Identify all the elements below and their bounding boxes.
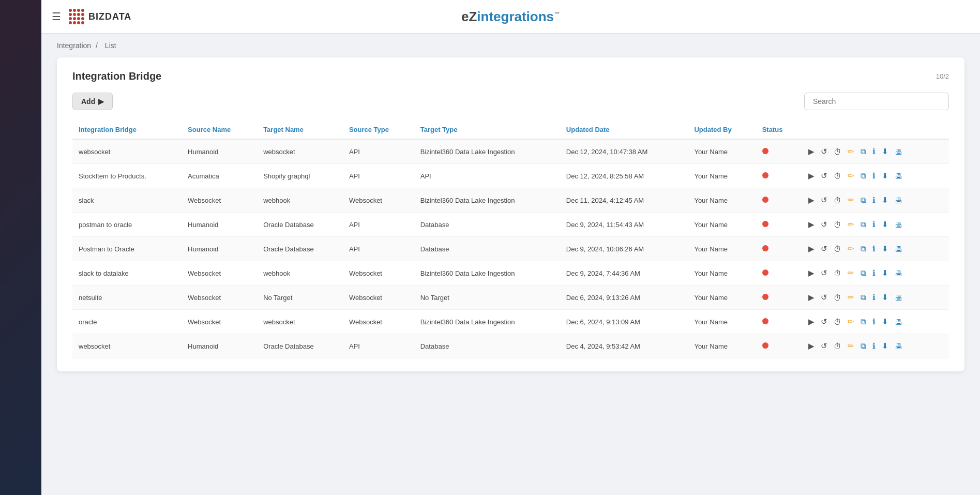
download-icon[interactable]: ⬇ bbox=[881, 146, 889, 157]
col-source-type[interactable]: Source Type bbox=[343, 121, 414, 139]
col-updated-date[interactable]: Updated Date bbox=[560, 121, 688, 139]
reset-icon[interactable]: ↺ bbox=[820, 170, 828, 182]
cell-source-type: API bbox=[343, 139, 414, 164]
reset-icon[interactable]: ↺ bbox=[820, 340, 828, 352]
info-icon[interactable]: ℹ bbox=[871, 243, 877, 254]
play-icon[interactable]: ▶ bbox=[807, 267, 816, 279]
copy-icon[interactable]: ⧉ bbox=[860, 292, 867, 303]
table-row: slack to datalakeWebsocketwebhookWebsock… bbox=[72, 261, 949, 286]
cell-updated-by: Your Name bbox=[688, 286, 756, 310]
search-input[interactable] bbox=[804, 93, 949, 110]
cell-actions: ▶↺⏱✏⧉ℹ⬇🖶 bbox=[801, 237, 949, 261]
cell-actions: ▶↺⏱✏⧉ℹ⬇🖶 bbox=[801, 310, 949, 334]
info-icon[interactable]: ℹ bbox=[871, 340, 877, 352]
history-icon[interactable]: ⏱ bbox=[833, 292, 842, 303]
copy-icon[interactable]: ⧉ bbox=[860, 194, 867, 206]
copy-icon[interactable]: ⧉ bbox=[860, 267, 867, 279]
download-icon[interactable]: ⬇ bbox=[881, 219, 889, 230]
copy-icon[interactable]: ⧉ bbox=[860, 243, 867, 254]
edit-icon[interactable]: ✏ bbox=[847, 219, 855, 230]
col-integration-bridge[interactable]: Integration Bridge bbox=[72, 121, 182, 139]
play-icon[interactable]: ▶ bbox=[807, 219, 816, 230]
col-updated-by[interactable]: Updated By bbox=[688, 121, 756, 139]
download-icon[interactable]: ⬇ bbox=[881, 243, 889, 254]
play-icon[interactable]: ▶ bbox=[807, 170, 816, 182]
history-icon[interactable]: ⏱ bbox=[833, 195, 842, 206]
history-icon[interactable]: ⏱ bbox=[833, 341, 842, 352]
hamburger-menu[interactable]: ☰ bbox=[52, 10, 61, 23]
download-icon[interactable]: ⬇ bbox=[881, 170, 889, 182]
top-bar: ☰ BIZDATA eZintegrations™ bbox=[41, 0, 980, 34]
toolbar: Add ▶ bbox=[72, 93, 949, 110]
col-target-name[interactable]: Target Name bbox=[257, 121, 343, 139]
print-icon[interactable]: 🖶 bbox=[894, 195, 903, 206]
cell-updated-by: Your Name bbox=[688, 334, 756, 358]
history-icon[interactable]: ⏱ bbox=[833, 268, 842, 279]
info-icon[interactable]: ℹ bbox=[871, 292, 877, 303]
play-icon[interactable]: ▶ bbox=[807, 243, 816, 254]
copy-icon[interactable]: ⧉ bbox=[860, 146, 867, 157]
cell-updated-date: Dec 6, 2024, 9:13:26 AM bbox=[560, 286, 688, 310]
edit-icon[interactable]: ✏ bbox=[847, 243, 855, 254]
info-icon[interactable]: ℹ bbox=[871, 194, 877, 206]
print-icon[interactable]: 🖶 bbox=[894, 171, 903, 182]
play-icon[interactable]: ▶ bbox=[807, 194, 816, 206]
edit-icon[interactable]: ✏ bbox=[847, 194, 855, 206]
copy-icon[interactable]: ⧉ bbox=[860, 340, 867, 352]
reset-icon[interactable]: ↺ bbox=[820, 292, 828, 303]
edit-icon[interactable]: ✏ bbox=[847, 170, 855, 182]
print-icon[interactable]: 🖶 bbox=[894, 341, 903, 352]
reset-icon[interactable]: ↺ bbox=[820, 243, 828, 254]
info-icon[interactable]: ℹ bbox=[871, 146, 877, 157]
cell-target-type: No Target bbox=[414, 286, 560, 310]
play-icon[interactable]: ▶ bbox=[807, 292, 816, 303]
reset-icon[interactable]: ↺ bbox=[820, 146, 828, 157]
info-icon[interactable]: ℹ bbox=[871, 267, 877, 279]
copy-icon[interactable]: ⧉ bbox=[860, 170, 867, 182]
cell-updated-by: Your Name bbox=[688, 213, 756, 237]
copy-icon[interactable]: ⧉ bbox=[860, 219, 867, 230]
cell-status bbox=[756, 164, 801, 188]
info-icon[interactable]: ℹ bbox=[871, 219, 877, 230]
edit-icon[interactable]: ✏ bbox=[847, 292, 855, 303]
edit-icon[interactable]: ✏ bbox=[847, 146, 855, 157]
reset-icon[interactable]: ↺ bbox=[820, 219, 828, 230]
print-icon[interactable]: 🖶 bbox=[894, 244, 903, 254]
print-icon[interactable]: 🖶 bbox=[894, 268, 903, 279]
download-icon[interactable]: ⬇ bbox=[881, 194, 889, 206]
download-icon[interactable]: ⬇ bbox=[881, 316, 889, 327]
col-status[interactable]: Status bbox=[756, 121, 801, 139]
copy-icon[interactable]: ⧉ bbox=[860, 316, 867, 327]
col-target-type[interactable]: Target Type bbox=[414, 121, 560, 139]
history-icon[interactable]: ⏱ bbox=[833, 317, 842, 327]
edit-icon[interactable]: ✏ bbox=[847, 316, 855, 327]
pagination-info: 10/2 bbox=[936, 72, 949, 80]
history-icon[interactable]: ⏱ bbox=[833, 146, 842, 157]
col-source-name[interactable]: Source Name bbox=[182, 121, 257, 139]
info-icon[interactable]: ℹ bbox=[871, 316, 877, 327]
print-icon[interactable]: 🖶 bbox=[894, 292, 903, 303]
reset-icon[interactable]: ↺ bbox=[820, 267, 828, 279]
info-icon[interactable]: ℹ bbox=[871, 170, 877, 182]
breadcrumb-integration[interactable]: Integration bbox=[57, 41, 91, 50]
download-icon[interactable]: ⬇ bbox=[881, 292, 889, 303]
play-icon[interactable]: ▶ bbox=[807, 340, 816, 352]
print-icon[interactable]: 🖶 bbox=[894, 317, 903, 327]
download-icon[interactable]: ⬇ bbox=[881, 267, 889, 279]
history-icon[interactable]: ⏱ bbox=[833, 219, 842, 230]
print-icon[interactable]: 🖶 bbox=[894, 146, 903, 157]
cell-actions: ▶↺⏱✏⧉ℹ⬇🖶 bbox=[801, 286, 949, 310]
history-icon[interactable]: ⏱ bbox=[833, 171, 842, 182]
edit-icon[interactable]: ✏ bbox=[847, 267, 855, 279]
cell-integration-bridge: Postman to Oracle bbox=[72, 237, 182, 261]
play-icon[interactable]: ▶ bbox=[807, 146, 816, 157]
reset-icon[interactable]: ↺ bbox=[820, 194, 828, 206]
download-icon[interactable]: ⬇ bbox=[881, 340, 889, 352]
cell-updated-by: Your Name bbox=[688, 188, 756, 213]
reset-icon[interactable]: ↺ bbox=[820, 316, 828, 327]
print-icon[interactable]: 🖶 bbox=[894, 219, 903, 230]
play-icon[interactable]: ▶ bbox=[807, 316, 816, 327]
add-button[interactable]: Add ▶ bbox=[72, 93, 113, 110]
edit-icon[interactable]: ✏ bbox=[847, 340, 855, 352]
history-icon[interactable]: ⏱ bbox=[833, 244, 842, 254]
